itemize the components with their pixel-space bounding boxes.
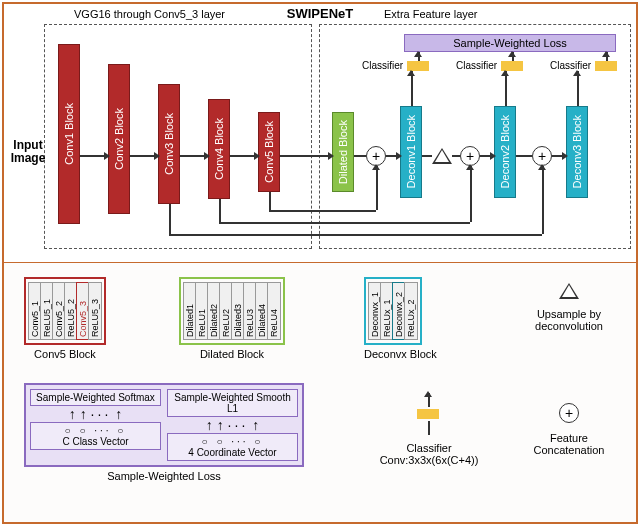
section-label-right: Extra Feature layer xyxy=(384,8,478,20)
classifier-label-1: Classifier xyxy=(362,60,403,71)
input-label: Input Image xyxy=(8,139,48,165)
classifier-icon xyxy=(417,409,439,419)
conv2-block: Conv2 Block xyxy=(108,64,130,214)
loss-box: Sample-Weighted Loss xyxy=(404,34,616,52)
classifier-label-3: Classifier xyxy=(550,60,591,71)
concat-op-2: + xyxy=(460,146,480,166)
legend-deconv: Deconvx_1 ReLUx_1 Deconvx_2 ReLUx_2 Deco… xyxy=(364,277,437,360)
legend-panel: Conv5_1 ReLU5_1 Conv5_2 ReLU5_2 Conv5_3 … xyxy=(4,262,636,522)
concat-op-3: + xyxy=(532,146,552,166)
classifier-label-2: Classifier xyxy=(456,60,497,71)
section-label-left: VGG16 through Conv5_3 layer xyxy=(74,8,225,20)
legend-concat: + Feature Concatenation xyxy=(514,403,624,456)
legend-classifier: Classifier Conv:3x3x(6x(C+4)) xyxy=(364,393,494,466)
legend-upsample: Upsample by deconvolution xyxy=(514,281,624,332)
legend-conv5: Conv5_1 ReLU5_1 Conv5_2 ReLU5_2 Conv5_3 … xyxy=(24,277,106,360)
deconv3-block: Deconv3 Block xyxy=(566,106,588,198)
conv5-block: Conv5 Block xyxy=(258,112,280,192)
upsample-op-1 xyxy=(432,148,452,164)
diagram-frame: SWIPENeT VGG16 through Conv5_3 layer Ext… xyxy=(2,2,638,524)
conv3-block: Conv3 Block xyxy=(158,84,180,204)
dilated-block: Dilated Block xyxy=(332,112,354,192)
deconv1-block: Deconv1 Block xyxy=(400,106,422,198)
model-title: SWIPENeT xyxy=(287,6,353,21)
concat-op-1: + xyxy=(366,146,386,166)
circle-plus-icon: + xyxy=(559,403,579,423)
legend-dilated: Dilated1 ReLU1 Dilated2 ReLU2 Dilated3 R… xyxy=(179,277,285,360)
triangle-icon xyxy=(559,283,579,299)
conv4-block: Conv4 Block xyxy=(208,99,230,199)
conv1-block: Conv1 Block xyxy=(58,44,80,224)
legend-swl: Sample-Weighted Softmax ↑ ↑ ··· ↑ ○ ○ ··… xyxy=(24,383,304,482)
classifier-box-3 xyxy=(595,61,617,71)
deconv2-block: Deconv2 Block xyxy=(494,106,516,198)
architecture-panel: SWIPENeT VGG16 through Conv5_3 layer Ext… xyxy=(4,4,636,262)
